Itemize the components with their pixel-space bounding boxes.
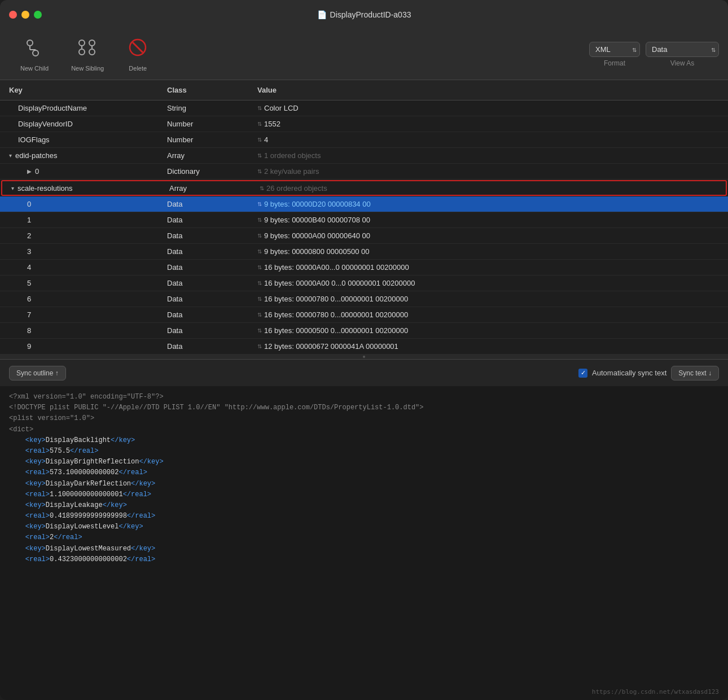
table-row[interactable]: ▾ edid-patches Array ⇅1 ordered objects (0, 148, 728, 164)
value-cell: ⇅9 bytes: 00000B40 00000708 00 (248, 213, 728, 226)
xml-line: <plist version="1.0"> (9, 413, 719, 424)
new-sibling-icon (76, 37, 99, 62)
value-cell: ⇅12 bytes: 00000672 0000041A 00000001 (248, 340, 728, 353)
table-row[interactable]: 0 Data ⇅9 bytes: 00000D20 00000834 00 (0, 196, 728, 212)
new-sibling-label: New Sibling (71, 65, 104, 72)
new-child-label: New Child (20, 65, 49, 72)
key-cell: 9 (0, 340, 158, 353)
class-cell: Data (158, 292, 248, 305)
xml-line: <real>573.1000000000002</real> (9, 467, 719, 478)
view-as-dropdown-wrapper: Data Text (646, 42, 719, 57)
expand-icon: ▾ (9, 152, 12, 159)
xml-line: <key>DisplayLowestLevel</key> (9, 522, 719, 532)
expand-icon: ▶ (27, 168, 32, 174)
table-row[interactable]: 2 Data ⇅9 bytes: 00000A00 00000640 00 (0, 228, 728, 244)
col-header-key: Key (0, 84, 158, 97)
view-as-dropdown[interactable]: Data Text (646, 42, 719, 57)
titlebar: 📄 DisplayProductID-a033 (0, 0, 728, 29)
class-cell: Data (158, 324, 248, 337)
table-row[interactable]: 8 Data ⇅16 bytes: 00000500 0...00000001 … (0, 323, 728, 339)
window-title: 📄 DisplayProductID-a033 (317, 10, 411, 19)
value-cell: ⇅Color LCD (248, 102, 728, 115)
format-dropdown[interactable]: XML JSON Binary (589, 42, 640, 57)
table-header: Key Class Value (0, 80, 728, 100)
value-cell: ⇅9 bytes: 00000A00 00000640 00 (248, 229, 728, 242)
value-cell: ⇅1552 (248, 117, 728, 130)
table-row[interactable]: 4 Data ⇅16 bytes: 00000A00...0 00000001 … (0, 260, 728, 275)
xml-line: <real>0.43230000000000002</real> (9, 554, 719, 565)
class-cell: Data (158, 340, 248, 353)
delete-label: Delete (129, 65, 147, 72)
class-cell: Dictionary (158, 165, 248, 178)
format-group: XML JSON Binary Format (589, 42, 640, 67)
key-cell: IOGFlags (0, 133, 158, 146)
maximize-button[interactable] (34, 11, 42, 19)
table-row[interactable]: 3 Data ⇅9 bytes: 00000800 00000500 00 (0, 244, 728, 260)
key-cell: 1 (0, 213, 158, 226)
auto-sync-group: ✓ Automatically sync text Sync text ↓ (578, 366, 719, 380)
table-row[interactable]: ▶ 0 Dictionary ⇅2 key/value pairs (0, 164, 728, 180)
xml-line: <real>0.41899999999999998</real> (9, 511, 719, 522)
file-icon: 📄 (317, 10, 327, 19)
xml-line: <key>DisplayBacklight</key> (9, 435, 719, 446)
key-cell: ▾ scale-resolutions (2, 182, 160, 195)
class-cell: Data (158, 213, 248, 226)
xml-code-area[interactable]: <?xml version="1.0" encoding="UTF-8"?> <… (0, 386, 728, 700)
xml-line: <real>1.1000000000000001</real> (9, 489, 719, 500)
table-row[interactable]: DisplayProductName String ⇅Color LCD (0, 100, 728, 116)
class-cell: Data (158, 245, 248, 258)
divider-dot (363, 356, 365, 358)
value-cell: ⇅1 ordered objects (248, 149, 728, 162)
col-header-class: Class (158, 84, 248, 97)
key-cell: 8 (0, 324, 158, 337)
value-cell: ⇅16 bytes: 00000500 0...00000001 0020000… (248, 324, 728, 337)
value-cell: ⇅9 bytes: 00000D20 00000834 00 (248, 198, 728, 211)
new-child-icon (24, 37, 45, 62)
close-button[interactable] (9, 11, 17, 19)
table-row[interactable]: IOGFlags Number ⇅4 (0, 132, 728, 148)
key-cell: DisplayProductName (0, 102, 158, 115)
table-row[interactable]: DisplayVendorID Number ⇅1552 (0, 116, 728, 132)
class-cell: Data (158, 277, 248, 290)
value-cell: ⇅4 (248, 133, 728, 146)
table-row[interactable]: 9 Data ⇅12 bytes: 00000672 0000041A 0000… (0, 339, 728, 355)
delete-button[interactable]: Delete (115, 33, 160, 76)
key-cell: ▾ edid-patches (0, 149, 158, 162)
value-cell: ⇅16 bytes: 00000780 0...00000001 0020000… (248, 308, 728, 321)
xml-line: <key>DisplayBrightReflection</key> (9, 457, 719, 467)
class-cell: Number (158, 117, 248, 130)
divider (0, 355, 728, 359)
key-cell: DisplayVendorID (0, 117, 158, 130)
value-cell: ⇅9 bytes: 00000800 00000500 00 (248, 245, 728, 258)
value-cell: ⇅26 ordered objects (251, 182, 726, 195)
table-row[interactable]: 5 Data ⇅16 bytes: 00000A00 0...0 0000000… (0, 275, 728, 291)
new-sibling-button[interactable]: New Sibling (60, 33, 115, 76)
scale-resolutions-row[interactable]: ▾ scale-resolutions Array ⇅26 ordered ob… (1, 180, 727, 196)
col-header-value: Value (248, 84, 728, 97)
sync-outline-button[interactable]: Sync outline ↑ (9, 366, 66, 380)
value-cell: ⇅16 bytes: 00000A00...0 00000001 0020000… (248, 261, 728, 274)
delete-icon (128, 37, 148, 62)
key-cell: 7 (0, 308, 158, 321)
expand-icon: ▾ (11, 185, 14, 191)
svg-point-7 (79, 49, 85, 55)
table-row[interactable]: 6 Data ⇅16 bytes: 00000780 0...00000001 … (0, 291, 728, 307)
view-as-label: View As (670, 59, 694, 67)
key-cell: 4 (0, 261, 158, 274)
sync-text-button[interactable]: Sync text ↓ (671, 366, 719, 380)
xml-line: <!DOCTYPE plist PUBLIC "-//Apple//DTD PL… (9, 403, 719, 413)
view-as-group: Data Text View As (646, 42, 719, 67)
table-body: DisplayProductName String ⇅Color LCD Dis… (0, 100, 728, 355)
key-cell: 6 (0, 292, 158, 305)
toolbar: New Child New Sibling (0, 29, 728, 80)
new-child-button[interactable]: New Child (9, 33, 60, 76)
table-row[interactable]: 1 Data ⇅9 bytes: 00000B40 00000708 00 (0, 212, 728, 228)
xml-line: <real>575.5</real> (9, 446, 719, 457)
svg-point-5 (79, 40, 85, 46)
minimize-button[interactable] (21, 11, 29, 19)
table-row[interactable]: 7 Data ⇅16 bytes: 00000780 0...00000001 … (0, 307, 728, 323)
class-cell: Data (158, 198, 248, 211)
auto-sync-checkbox[interactable]: ✓ (578, 369, 587, 378)
xml-line: <key>DisplayLeakage</key> (9, 500, 719, 511)
svg-point-8 (89, 40, 95, 46)
